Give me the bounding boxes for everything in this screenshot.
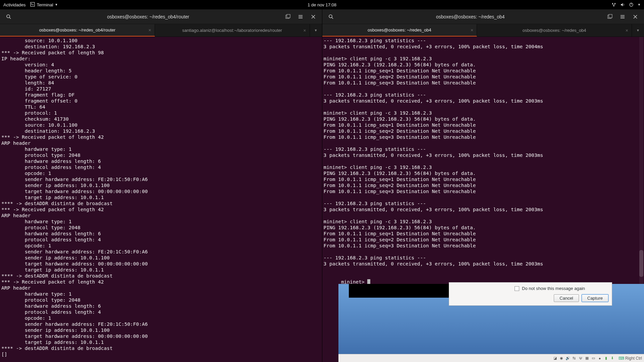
svg-line-7 xyxy=(9,17,11,19)
search-button[interactable] xyxy=(325,12,337,22)
vm-optical-icon[interactable]: ◉ xyxy=(559,356,564,361)
power-icon[interactable] xyxy=(629,2,634,7)
activities-button[interactable]: Actividades xyxy=(3,2,25,7)
scrollbar-thumb[interactable] xyxy=(639,250,643,277)
search-button[interactable] xyxy=(3,12,15,22)
vm-shared-icon[interactable]: ▦ xyxy=(585,356,589,361)
tab-label: osboxes@osboxes: ~/redes_ob4 xyxy=(368,27,431,33)
terminal-window-left: osboxes@osboxes: ~/redes_ob4/router osbo… xyxy=(0,9,322,362)
hamburger-menu-icon[interactable] xyxy=(616,12,629,22)
tab-redes-2[interactable]: osboxes@osboxes: ~/redes_ob4 × xyxy=(477,24,632,37)
virtualbox-status-bar: ◪ ◉ 🔊 ⇆ Ψ ▦ ▭ ● ▮ ⬇ ⌨ Right Ctrl xyxy=(338,354,644,362)
tab-label: osboxes@osboxes: ~/redes_ob4 xyxy=(523,28,586,33)
system-menu-chevron-icon[interactable]: ▼ xyxy=(638,3,641,6)
cancel-button[interactable]: Cancel xyxy=(554,294,579,302)
terminal-output[interactable]: source: 10.0.1.100 destination: 192.168.… xyxy=(0,37,322,362)
svg-point-6 xyxy=(7,15,10,18)
app-name: Terminal xyxy=(37,2,53,7)
new-tab-button[interactable] xyxy=(282,12,294,22)
vm-display-icon[interactable]: ▭ xyxy=(591,356,596,361)
new-tab-button[interactable] xyxy=(604,12,616,22)
tab-santiago[interactable]: santiago.alaniz@localhost:~/laboratorior… xyxy=(155,24,310,37)
host-key-icon: ⌨ xyxy=(619,356,624,361)
tabs-row: osboxes@osboxes: ~/redes_ob4 × osboxes@o… xyxy=(322,24,644,37)
host-key-indicator[interactable]: ⌨ Right Ctrl xyxy=(619,356,642,361)
window-header: osboxes@osboxes: ~/redes_ob4/router xyxy=(0,9,322,24)
network-icon[interactable] xyxy=(611,2,616,7)
svg-line-16 xyxy=(332,17,333,19)
clock[interactable]: 1 de nov 17:08 xyxy=(308,2,336,7)
svg-rect-2 xyxy=(614,3,615,4)
tabs-dropdown-icon[interactable]: ▼ xyxy=(632,24,644,37)
close-button[interactable] xyxy=(307,12,319,22)
tab-close-icon[interactable]: × xyxy=(303,28,306,33)
do-not-show-checkbox[interactable] xyxy=(515,286,519,291)
vm-network-icon[interactable]: ⇆ xyxy=(572,356,577,361)
tab-close-icon[interactable]: × xyxy=(471,27,473,33)
tab-redes-1[interactable]: osboxes@osboxes: ~/redes_ob4 × xyxy=(322,24,477,37)
window-title: osboxes@osboxes: ~/redes_ob4/router xyxy=(15,14,282,19)
tab-label: osboxes@osboxes: ~/redes_ob4/router xyxy=(39,27,115,33)
tab-router[interactable]: osboxes@osboxes: ~/redes_ob4/router × xyxy=(0,24,155,37)
tabs-dropdown-icon[interactable]: ▼ xyxy=(310,24,322,37)
tab-close-icon[interactable]: × xyxy=(626,28,628,33)
tab-label: santiago.alaniz@localhost:~/laboratorior… xyxy=(182,28,282,33)
capture-dialog: Do not show this message again Cancel Ca… xyxy=(449,282,612,306)
checkbox-label: Do not show this message again xyxy=(522,286,585,291)
chevron-down-icon: ▼ xyxy=(55,3,58,6)
close-button[interactable] xyxy=(629,12,641,22)
svg-rect-1 xyxy=(612,3,613,4)
terminal-icon xyxy=(30,2,35,8)
window-header: osboxes@osboxes: ~/redes_ob4 xyxy=(322,9,644,24)
volume-icon[interactable] xyxy=(620,2,625,7)
svg-point-15 xyxy=(329,15,332,18)
gnome-topbar: Actividades Terminal ▼ 1 de nov 17:08 ▼ xyxy=(0,0,644,9)
vm-record-icon[interactable]: ● xyxy=(597,356,602,361)
vm-cpu-icon[interactable]: ▮ xyxy=(604,356,608,361)
svg-rect-0 xyxy=(31,2,35,6)
capture-button[interactable]: Capture xyxy=(582,294,608,302)
tabs-row: osboxes@osboxes: ~/redes_ob4/router × sa… xyxy=(0,24,322,37)
host-key-label: Right Ctrl xyxy=(625,356,642,361)
vm-usb-icon[interactable]: Ψ xyxy=(578,356,583,361)
svg-rect-9 xyxy=(287,14,290,18)
vm-mouse-icon[interactable]: ⬇ xyxy=(610,356,615,361)
hamburger-menu-icon[interactable] xyxy=(294,12,307,22)
vm-audio-icon[interactable]: 🔊 xyxy=(566,356,570,361)
svg-rect-3 xyxy=(613,5,614,6)
app-menu[interactable]: Terminal ▼ xyxy=(30,2,58,8)
vm-hdd-icon[interactable]: ◪ xyxy=(553,356,557,361)
svg-rect-18 xyxy=(609,14,612,18)
tab-close-icon[interactable]: × xyxy=(149,27,151,33)
window-title: osboxes@osboxes: ~/redes_ob4 xyxy=(337,14,604,19)
